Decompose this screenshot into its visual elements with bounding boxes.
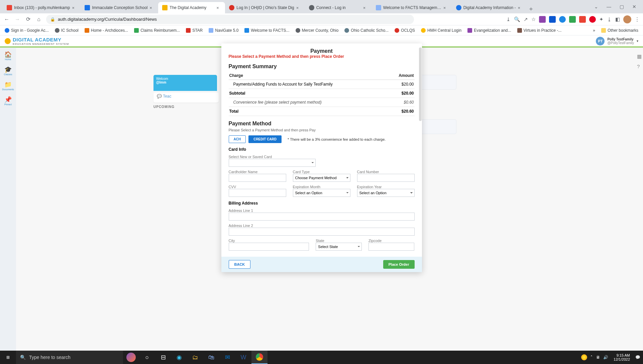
close-icon[interactable]: × [296, 5, 301, 10]
extension-icon[interactable] [569, 16, 576, 23]
tab-2[interactable]: The Digital Academy× [158, 2, 225, 13]
profile-avatar[interactable] [623, 15, 631, 23]
user-menu[interactable]: PT Polly TestFamily @PollyTestFamily ▾ [596, 37, 638, 45]
sidenav-classes[interactable]: 🎓Classes [2, 66, 14, 76]
bookmark[interactable]: Home - Archdioces... [85, 28, 128, 33]
addr1-input[interactable] [229, 213, 415, 221]
store-icon[interactable]: 🛍 [203, 351, 219, 364]
bookmark[interactable]: Ohio Catholic Scho... [344, 28, 389, 33]
weather-tray-icon[interactable] [581, 354, 587, 360]
edge-icon[interactable]: ◉ [171, 351, 187, 364]
pinterest-icon[interactable] [589, 16, 596, 23]
back-button[interactable]: BACK [229, 260, 251, 269]
bookmark-overflow[interactable]: » [593, 28, 595, 33]
exp-month-select[interactable]: Select an Option [293, 189, 350, 197]
bookmark[interactable]: Mercer County, Ohio [296, 28, 339, 33]
bookmark[interactable]: HMH Central Login [421, 28, 461, 33]
cardnumber-input[interactable] [357, 174, 415, 182]
close-icon[interactable]: × [216, 5, 221, 10]
star-icon[interactable]: ☆ [531, 16, 536, 22]
extension-icon[interactable] [549, 16, 556, 23]
home-button[interactable]: ⌂ [35, 16, 42, 22]
saved-card-select[interactable] [229, 159, 316, 167]
notifications-icon[interactable]: 💬 [635, 355, 640, 360]
bookmark[interactable]: Welcome to FACTS... [244, 28, 289, 33]
chrome-icon[interactable] [251, 351, 267, 364]
cardnumber-label: Card Number [357, 170, 415, 174]
close-icon[interactable]: × [363, 5, 368, 10]
new-tab-button[interactable]: ＋ [526, 4, 536, 13]
tab-4[interactable]: Connect - Log in× [305, 2, 372, 13]
cvv-label: CVV [229, 185, 286, 189]
state-select[interactable]: Select State [316, 243, 362, 251]
extension-icon[interactable] [539, 16, 546, 23]
extension-icon[interactable] [579, 16, 586, 23]
sidenav-pinned[interactable]: 📌Pinned [2, 96, 14, 106]
bookmark[interactable]: Evangelization and... [467, 28, 511, 33]
weather-widget[interactable] [123, 351, 139, 364]
share-icon[interactable]: ↗ [524, 16, 528, 22]
minimize-button[interactable]: — [604, 2, 614, 11]
extension-icon[interactable] [559, 16, 566, 23]
word-icon[interactable]: W [235, 351, 251, 364]
city-input[interactable] [229, 243, 309, 251]
exp-year-select[interactable]: Select an Option [357, 189, 415, 197]
tray-chevron-icon[interactable]: ˄ [591, 355, 593, 360]
grid-icon[interactable]: ▦ [637, 53, 642, 59]
sidepanel-icon[interactable]: ◧ [615, 16, 620, 22]
zip-input[interactable] [368, 243, 415, 251]
credit-card-tab[interactable]: CREDIT CARD [248, 135, 282, 143]
taskbar-search[interactable]: 🔍 Type here to search [16, 351, 123, 364]
close-button[interactable]: ✕ [630, 2, 639, 11]
sidenav-home[interactable]: 🏠Home [2, 51, 14, 60]
taskview-button[interactable]: ⊟ [155, 351, 171, 364]
cardholder-input[interactable] [229, 174, 286, 182]
maximize-button[interactable]: ▢ [617, 2, 626, 11]
mail-icon[interactable]: ✉ [219, 351, 235, 364]
sidenav-documents[interactable]: 📁Documents [2, 81, 14, 91]
cvv-input[interactable] [229, 189, 286, 197]
extensions-button[interactable]: ✦ [599, 16, 604, 22]
menu-button[interactable]: ⋮ [635, 16, 640, 22]
url-input[interactable]: 🔒 auth.digitalacademy.org/Curricula/Dash… [46, 15, 414, 24]
bookmark[interactable]: NaviGate 5.0 [209, 28, 238, 33]
clock[interactable]: 9:15 AM 12/1/2022 [612, 353, 632, 361]
scrollbar[interactable] [419, 47, 422, 121]
bookmark[interactable]: STAR [186, 28, 203, 33]
zoom-icon[interactable]: 🔍 [514, 16, 520, 22]
ach-tab[interactable]: ACH [229, 135, 246, 143]
other-bookmarks[interactable]: Other bookmarks [601, 28, 638, 33]
bookmark[interactable]: Claims Reimbursem... [134, 28, 180, 33]
tab-3[interactable]: Log In | OH|ID | Ohio's State Dig× [225, 2, 305, 13]
bookmark[interactable]: OCLQS [395, 28, 415, 33]
bookmark[interactable]: Sign in - Google Ac... [5, 28, 49, 33]
billing-heading: Billing Address [229, 201, 415, 206]
close-icon[interactable]: × [518, 5, 522, 10]
cardtype-select[interactable]: Choose Payment Method [293, 174, 350, 182]
tab-5[interactable]: Welcome to FACTS Managemen× [372, 2, 452, 13]
close-icon[interactable]: × [443, 5, 448, 10]
close-icon[interactable]: × [149, 5, 154, 10]
place-order-button[interactable]: Place Order [383, 260, 415, 269]
tab-1[interactable]: Immaculate Conception School× [81, 2, 158, 13]
back-button[interactable]: ← [3, 16, 10, 22]
help-icon[interactable]: ? [637, 64, 642, 69]
addr2-input[interactable] [229, 228, 415, 236]
forward-button[interactable]: → [14, 16, 21, 22]
start-button[interactable]: ⊞ [0, 351, 16, 364]
reload-button[interactable]: ⟳ [25, 16, 31, 22]
tab-6[interactable]: Digital Academy Information - × [452, 2, 527, 13]
bookmark[interactable]: IC School [55, 28, 79, 33]
volume-icon[interactable]: 🔊 [603, 355, 608, 360]
install-icon[interactable]: ⤓ [506, 16, 511, 22]
cortana-button[interactable]: ○ [139, 351, 155, 364]
tab-0[interactable]: Inbox (133) - polly.muhlenkamp× [3, 2, 81, 13]
explorer-icon[interactable]: 🗂 [187, 351, 203, 364]
display-icon[interactable]: 🖥 [596, 355, 600, 360]
user-handle: @PollyTestFamily [607, 41, 634, 45]
downloads-icon[interactable]: ⭳ [607, 16, 612, 22]
close-icon[interactable]: × [72, 5, 77, 10]
brand-logo[interactable]: DIGITAL ACADEMY EDUCATION MANAGEMENT SYS… [5, 37, 69, 45]
chevron-down-icon[interactable]: ⌄ [592, 2, 601, 11]
bookmark[interactable]: Virtues in Practice -... [517, 28, 562, 33]
